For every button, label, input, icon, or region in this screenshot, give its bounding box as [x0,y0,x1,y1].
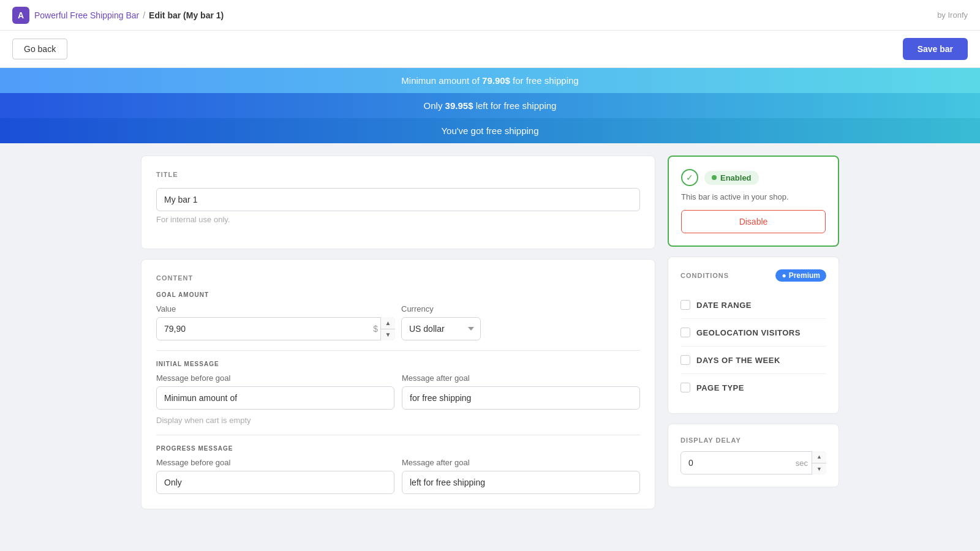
preview-section: Minimun amount of 79.90$ for free shippi… [0,68,980,143]
right-column: ✓ Enabled This bar is active in your sho… [668,156,839,509]
breadcrumb: Powerful Free Shipping Bar / Edit bar (M… [34,10,224,20]
premium-badge: ● Premium [775,269,826,282]
days-of-week-checkbox[interactable] [680,355,690,365]
conditions-header: CONDITIONS ● Premium [680,269,826,282]
status-badge-label: Enabled [720,173,752,182]
condition-days-of-week: DAYS OF THE WEEK [680,347,826,374]
preview-initial-text: Minimun amount of 79.90$ for free shippi… [401,75,578,86]
progress-message-label: PROGRESS MESSAGE [156,445,640,452]
progress-before-wrap: Message before goal [156,458,394,494]
left-column: TITLE For internal use only. CONTENT GOA… [141,156,655,509]
value-spin-up[interactable]: ▲ [381,317,395,329]
title-input[interactable] [156,188,640,211]
save-button[interactable]: Save bar [903,38,968,60]
breadcrumb-page-title: Edit bar (My bar 1) [149,10,224,20]
goal-amount-label: GOAL AMOUNT [156,291,640,298]
main-content: TITLE For internal use only. CONTENT GOA… [129,143,851,522]
status-card: ✓ Enabled This bar is active in your sho… [668,156,839,247]
initial-message-section: INITIAL MESSAGE Message before goal Mess… [156,361,640,425]
value-input-wrap: $ ▲ ▼ [156,317,395,340]
display-delay-title: DISPLAY DELAY [680,437,826,444]
title-card: TITLE For internal use only. [141,156,655,249]
title-section-label: TITLE [156,171,640,178]
geolocation-label: GEOLOCATION VISITORS [696,328,801,337]
disable-button[interactable]: Disable [681,210,826,233]
initial-before-wrap: Message before goal [156,373,394,410]
initial-after-input[interactable] [402,386,640,410]
progress-before-input[interactable] [156,471,394,494]
delay-spin-buttons: ▲ ▼ [812,451,826,474]
premium-label: Premium [789,271,820,280]
preview-bar-goal: You've got free shipping [0,118,980,143]
currency-wrap: Currency US dollar Euro British Pound [401,304,640,340]
progress-message-section: PROGRESS MESSAGE Message before goal Mes… [156,445,640,494]
delay-spin-down[interactable]: ▼ [812,463,826,475]
status-check-icon: ✓ [681,169,698,186]
top-nav: A Powerful Free Shipping Bar / Edit bar … [0,0,980,31]
app-icon: A [12,7,29,24]
progress-after-input[interactable] [402,471,640,494]
preview-bar-progress: Only 39.95$ left for free shipping [0,93,980,118]
initial-after-wrap: Message after goal [402,373,640,410]
conditions-card: CONDITIONS ● Premium DATE RANGE GEOLOCAT… [668,257,839,414]
currency-label: Currency [401,304,640,313]
value-label: Value [156,304,395,313]
nav-left: A Powerful Free Shipping Bar / Edit bar … [12,7,224,24]
progress-after-label: Message after goal [402,458,640,467]
value-spin-buttons: ▲ ▼ [380,317,395,340]
value-label-wrap: Value $ ▲ ▼ [156,304,395,340]
date-range-label: DATE RANGE [696,301,752,310]
preview-bar-initial: Minimun amount of 79.90$ for free shippi… [0,68,980,93]
initial-before-label: Message before goal [156,373,394,383]
preview-progress-text: Only 39.95$ left for free shipping [424,100,557,111]
progress-before-label: Message before goal [156,458,394,467]
goal-value-input[interactable] [156,317,395,340]
page-type-label: PAGE TYPE [696,383,744,392]
status-badge: Enabled [704,171,759,185]
back-button[interactable]: Go back [12,39,67,59]
action-bar: Go back Save bar [0,31,980,68]
premium-dot: ● [782,271,786,280]
delay-spin-up[interactable]: ▲ [812,451,826,463]
progress-message-inputs: Message before goal Message after goal [156,458,640,494]
status-description: This bar is active in your shop. [681,192,826,201]
condition-page-type: PAGE TYPE [680,374,826,401]
initial-after-label: Message after goal [402,373,640,383]
value-currency-row: Value $ ▲ ▼ Currency U [156,304,640,340]
initial-before-input[interactable] [156,386,394,410]
conditions-title: CONDITIONS [680,272,729,279]
display-delay-unit: sec [796,459,808,468]
currency-select[interactable]: US dollar Euro British Pound [401,317,481,340]
currency-symbol: $ [373,324,378,334]
content-section-label: CONTENT [156,274,640,282]
status-header: ✓ Enabled [681,169,826,186]
title-hint: For internal use only. [156,215,640,224]
by-label: by Ironfy [937,10,968,20]
breadcrumb-app-name[interactable]: Powerful Free Shipping Bar [34,10,139,20]
display-delay-card: DISPLAY DELAY sec ▲ ▼ [668,424,839,487]
date-range-checkbox[interactable] [680,300,690,310]
value-spin-down[interactable]: ▼ [381,329,395,341]
condition-date-range: DATE RANGE [680,291,826,319]
progress-after-wrap: Message after goal [402,458,640,494]
condition-geolocation: GEOLOCATION VISITORS [680,319,826,347]
title-form-group: For internal use only. [156,188,640,224]
initial-display-hint: Display when cart is empty [156,416,640,425]
display-delay-input-wrap: sec ▲ ▼ [680,451,826,474]
days-of-week-label: DAYS OF THE WEEK [696,356,780,365]
content-card: CONTENT GOAL AMOUNT Value $ ▲ ▼ [141,259,655,509]
initial-message-label: INITIAL MESSAGE [156,361,640,367]
preview-goal-text: You've got free shipping [441,126,538,136]
breadcrumb-separator: / [143,10,145,20]
initial-message-inputs: Message before goal Message after goal [156,373,640,410]
goal-amount-section: GOAL AMOUNT Value $ ▲ ▼ [156,291,640,340]
page-type-checkbox[interactable] [680,383,690,392]
status-dot [712,175,717,180]
geolocation-checkbox[interactable] [680,328,690,337]
